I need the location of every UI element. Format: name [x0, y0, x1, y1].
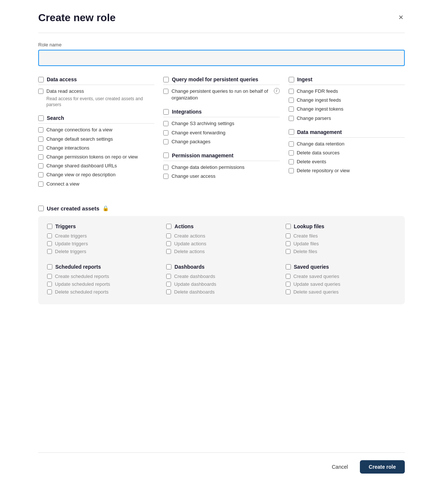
checkbox-change-user-access[interactable] [163, 174, 168, 179]
checkbox-delete-dashboards[interactable] [166, 289, 171, 294]
checkbox-dashboards[interactable] [166, 264, 171, 269]
modal-footer: Cancel Create role [38, 452, 405, 474]
checkbox-delete-scheduled-reports[interactable] [47, 289, 52, 294]
perm-change-parsers-label: Change parsers [297, 115, 331, 122]
checkbox-change-event-forwarding[interactable] [163, 130, 168, 135]
checkbox-search[interactable] [38, 115, 44, 121]
uca-subsection-actions: Actions Create actions Update actions De… [166, 223, 276, 256]
checkbox-connect-view[interactable] [38, 181, 43, 187]
perm-change-event-forwarding: Change event forwarding [163, 130, 279, 136]
checkbox-data-management[interactable] [289, 129, 294, 135]
perm-change-connections-label: Change connections for a view [46, 127, 112, 133]
checkbox-create-dashboards[interactable] [166, 274, 171, 279]
uca-subsection-actions-header: Actions [166, 223, 276, 229]
checkbox-lookup-files[interactable] [286, 224, 291, 229]
checkbox-update-files[interactable] [286, 241, 291, 246]
checkbox-change-interactions[interactable] [38, 145, 43, 151]
checkbox-saved-queries[interactable] [286, 264, 291, 269]
checkbox-change-shared-dashboard[interactable] [38, 163, 43, 168]
checkbox-data-read-access[interactable] [38, 89, 43, 94]
uca-triggers-label: Triggers [55, 223, 76, 229]
checkbox-create-actions[interactable] [166, 233, 171, 238]
checkbox-data-access[interactable] [38, 77, 44, 82]
role-name-input[interactable] [38, 50, 405, 66]
uca-subsection-lookup-files-header: Lookup files [286, 223, 396, 229]
checkbox-triggers[interactable] [47, 224, 52, 229]
checkbox-delete-data-sources[interactable] [289, 150, 294, 156]
checkbox-update-dashboards[interactable] [166, 282, 171, 287]
checkbox-change-packages[interactable] [163, 139, 168, 144]
checkbox-update-scheduled-reports[interactable] [47, 282, 52, 287]
checkbox-create-saved-queries[interactable] [286, 274, 291, 279]
checkbox-change-data-deletion[interactable] [163, 165, 168, 170]
checkbox-update-saved-queries[interactable] [286, 282, 291, 287]
checkbox-query-model[interactable] [163, 77, 169, 82]
uca-delete-saved-queries: Delete saved queries [286, 289, 396, 295]
checkbox-create-scheduled-reports[interactable] [47, 274, 52, 279]
checkbox-change-parsers[interactable] [289, 116, 294, 121]
checkbox-change-persistent-queries[interactable] [163, 89, 168, 94]
perm-delete-data-sources: Delete data sources [289, 150, 405, 156]
perm-change-ingest-feeds: Change ingest feeds [289, 97, 405, 104]
checkbox-change-data-retention[interactable] [289, 141, 294, 147]
uca-create-actions-label: Create actions [174, 233, 205, 239]
section-permission-mgmt: Permission management Change data deleti… [163, 153, 279, 180]
perm-change-ingest-tokens: Change ingest tokens [289, 106, 405, 112]
section-integrations-label: Integrations [172, 109, 201, 115]
checkbox-user-created-assets[interactable] [38, 206, 44, 211]
uca-update-scheduled-reports: Update scheduled reports [47, 281, 157, 287]
checkbox-change-connections[interactable] [38, 127, 43, 132]
modal-header: Create new role × [38, 12, 405, 24]
checkbox-create-files[interactable] [286, 233, 291, 238]
perm-change-s3: Change S3 archiving settings [163, 120, 279, 127]
checkbox-update-triggers[interactable] [47, 241, 52, 246]
checkbox-change-ingest-feeds[interactable] [289, 98, 294, 103]
info-icon: i [274, 88, 280, 94]
perm-change-connections: Change connections for a view [38, 127, 154, 133]
uca-subsection-dashboards-header: Dashboards [166, 264, 276, 270]
uca-update-scheduled-reports-label: Update scheduled reports [55, 281, 110, 287]
perm-change-parsers: Change parsers [289, 115, 405, 122]
checkbox-delete-repo-view[interactable] [289, 168, 294, 173]
checkbox-delete-files[interactable] [286, 249, 291, 254]
checkbox-change-fdr-feeds[interactable] [289, 89, 294, 94]
uca-delete-dashboards-label: Delete dashboards [174, 289, 214, 295]
section-permission-mgmt-header: Permission management [163, 153, 279, 161]
uca-box: Triggers Create triggers Update triggers… [38, 216, 405, 304]
uca-update-dashboards: Update dashboards [166, 281, 276, 287]
perm-change-persistent-queries-label: Change persistent queries to run on beha… [171, 88, 270, 101]
checkbox-change-permission-tokens[interactable] [38, 154, 43, 160]
uca-dashboards-label: Dashboards [174, 264, 204, 270]
perm-change-interactions-label: Change interactions [46, 145, 89, 151]
uca-create-saved-queries-label: Create saved queries [293, 274, 339, 279]
perm-change-permission-tokens-label: Change permission tokens on repo or view [46, 154, 138, 160]
checkbox-integrations[interactable] [163, 109, 169, 115]
checkbox-update-actions[interactable] [166, 241, 171, 246]
perm-change-fdr-feeds-label: Change FDR feeds [297, 88, 338, 95]
checkbox-delete-triggers[interactable] [47, 249, 52, 254]
checkbox-change-s3[interactable] [163, 121, 168, 126]
checkbox-delete-events[interactable] [289, 159, 294, 164]
checkbox-change-view-desc[interactable] [38, 172, 43, 177]
checkbox-create-triggers[interactable] [47, 233, 52, 238]
perm-data-read-access-label: Data read access [46, 88, 84, 95]
create-role-button[interactable]: Create role [360, 460, 405, 474]
section-data-access-label: Data access [47, 76, 77, 82]
checkbox-permission-mgmt[interactable] [163, 153, 169, 158]
checkbox-actions[interactable] [166, 224, 171, 229]
checkbox-delete-actions[interactable] [166, 249, 171, 254]
perm-change-ingest-tokens-label: Change ingest tokens [297, 106, 344, 112]
section-search-header: Search [38, 115, 154, 124]
cancel-button[interactable]: Cancel [326, 460, 354, 474]
close-button[interactable]: × [397, 12, 405, 23]
perm-change-data-retention: Change data retention [289, 141, 405, 147]
column-1: Data access Data read access Read access… [38, 76, 154, 195]
checkbox-ingest[interactable] [289, 77, 294, 82]
uca-delete-files-label: Delete files [293, 249, 317, 254]
checkbox-scheduled-reports[interactable] [47, 264, 52, 269]
perm-change-event-forwarding-label: Change event forwarding [171, 130, 225, 136]
checkbox-change-default-search[interactable] [38, 137, 43, 142]
checkbox-delete-saved-queries[interactable] [286, 289, 291, 294]
checkbox-change-ingest-tokens[interactable] [289, 107, 294, 112]
section-integrations: Integrations Change S3 archiving setting… [163, 109, 279, 145]
